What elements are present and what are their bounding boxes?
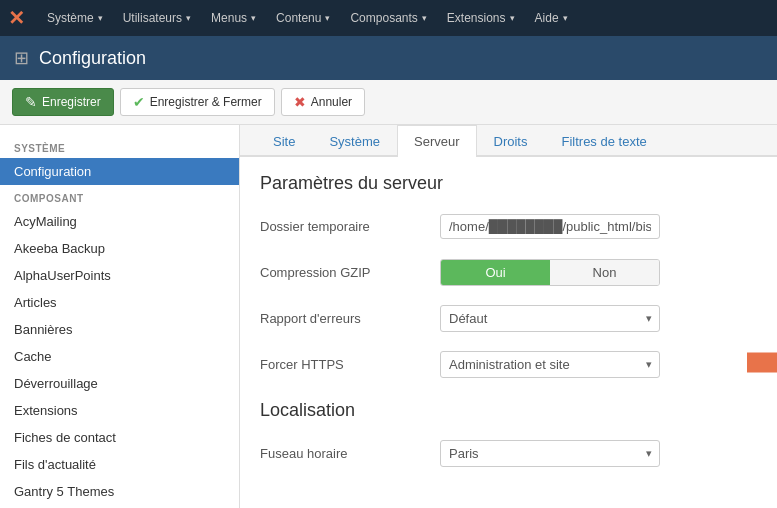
sidebar-item-extensions[interactable]: Extensions [0,397,239,424]
https-select-wrapper: Administration et site Aucun Administrat… [440,351,660,378]
rapport-select[interactable]: Défaut Aucun Simple Maximum [440,305,660,332]
page-header: ⊞ Configuration [0,36,777,80]
save-close-button[interactable]: ✔ Enregistrer & Fermer [120,88,275,116]
chevron-down-icon: ▾ [186,13,191,23]
nav-aide[interactable]: Aide ▾ [525,0,578,36]
main-layout: SYSTÈME Configuration COMPOSANT AcyMaili… [0,125,777,508]
nav-systeme[interactable]: Système ▾ [37,0,113,36]
server-section-title: Paramètres du serveur [260,173,757,194]
tab-droits[interactable]: Droits [477,125,545,157]
form-row-rapport: Rapport d'erreurs Défaut Aucun Simple Ma… [260,302,757,334]
arrow-indicator [747,345,777,384]
sidebar-item-configuration[interactable]: Configuration [0,158,239,185]
sidebar-item-articles[interactable]: Articles [0,289,239,316]
tab-systeme[interactable]: Système [312,125,397,157]
sidebar-system-label: SYSTÈME [0,135,239,158]
check-icon: ✔ [133,94,145,110]
toolbar: ✎ Enregistrer ✔ Enregistrer & Fermer ✖ A… [0,80,777,125]
fuseau-select-wrapper: Paris UTC London ▾ [440,440,660,467]
gzip-control: Oui Non [440,259,757,286]
sidebar-item-fiches[interactable]: Fiches de contact [0,424,239,451]
dossier-label: Dossier temporaire [260,219,440,234]
localisation-section-title: Localisation [260,400,757,421]
sidebar-item-akeeba[interactable]: Akeeba Backup [0,235,239,262]
tab-serveur[interactable]: Serveur [397,125,477,157]
sidebar-item-alphauserpoints[interactable]: AlphaUserPoints [0,262,239,289]
sidebar-item-fils[interactable]: Fils d'actualité [0,451,239,478]
save-icon: ✎ [25,94,37,110]
tabs-bar: Site Système Serveur Droits Filtres de t… [240,125,777,157]
sidebar-item-acymailing[interactable]: AcyMailing [0,208,239,235]
nav-contenu[interactable]: Contenu ▾ [266,0,340,36]
nav-menus[interactable]: Menus ▾ [201,0,266,36]
joomla-logo: ✕ [8,6,25,30]
fuseau-control: Paris UTC London ▾ [440,440,757,467]
gzip-oui-button[interactable]: Oui [441,260,550,285]
https-label: Forcer HTTPS [260,357,440,372]
save-button[interactable]: ✎ Enregistrer [12,88,114,116]
https-select[interactable]: Administration et site Aucun Administrat… [440,351,660,378]
sidebar-item-gantry[interactable]: Gantry 5 Themes [0,478,239,505]
rapport-control: Défaut Aucun Simple Maximum ▾ [440,305,757,332]
cancel-button[interactable]: ✖ Annuler [281,88,365,116]
cancel-icon: ✖ [294,94,306,110]
config-icon: ⊞ [14,47,29,69]
chevron-down-icon: ▾ [98,13,103,23]
dossier-input[interactable] [440,214,660,239]
chevron-down-icon: ▾ [510,13,515,23]
tab-site[interactable]: Site [256,125,312,157]
nav-extensions[interactable]: Extensions ▾ [437,0,525,36]
chevron-down-icon: ▾ [563,13,568,23]
sidebar-composant-label: COMPOSANT [0,185,239,208]
fuseau-label: Fuseau horaire [260,446,440,461]
gzip-label: Compression GZIP [260,265,440,280]
chevron-down-icon: ▾ [251,13,256,23]
https-control: Administration et site Aucun Administrat… [440,351,757,378]
chevron-down-icon: ▾ [325,13,330,23]
svg-marker-0 [747,345,777,381]
gzip-toggle-group: Oui Non [440,259,660,286]
fuseau-select[interactable]: Paris UTC London [440,440,660,467]
tab-filtres[interactable]: Filtres de texte [544,125,663,157]
form-row-dossier: Dossier temporaire [260,210,757,242]
localisation-divider: Localisation [260,400,757,421]
form-row-fuseau: Fuseau horaire Paris UTC London ▾ [260,437,757,469]
top-nav: ✕ Système ▾ Utilisateurs ▾ Menus ▾ Conte… [0,0,777,36]
nav-utilisateurs[interactable]: Utilisateurs ▾ [113,0,201,36]
form-row-https: Forcer HTTPS Administration et site Aucu… [260,348,757,380]
form-row-gzip: Compression GZIP Oui Non [260,256,757,288]
rapport-select-wrapper: Défaut Aucun Simple Maximum ▾ [440,305,660,332]
sidebar-item-deverrouillage[interactable]: Déverrouillage [0,370,239,397]
sidebar: SYSTÈME Configuration COMPOSANT AcyMaili… [0,125,240,508]
rapport-label: Rapport d'erreurs [260,311,440,326]
content-inner: Paramètres du serveur Dossier temporaire… [240,157,777,499]
chevron-down-icon: ▾ [422,13,427,23]
sidebar-item-bannieres[interactable]: Bannières [0,316,239,343]
nav-composants[interactable]: Composants ▾ [340,0,436,36]
gzip-non-button[interactable]: Non [550,260,659,285]
dossier-control [440,214,757,239]
content-area: Site Système Serveur Droits Filtres de t… [240,125,777,508]
sidebar-item-cache[interactable]: Cache [0,343,239,370]
page-title: Configuration [39,48,146,69]
